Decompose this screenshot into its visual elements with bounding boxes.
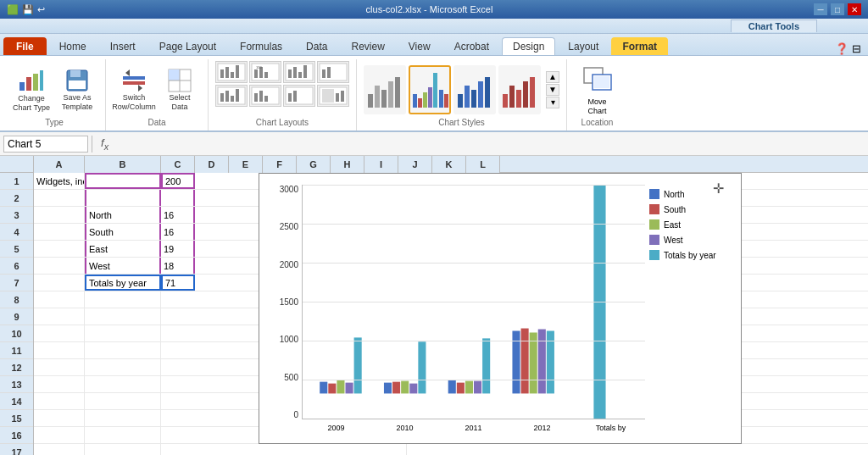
row-num-5[interactable]: 5 — [0, 241, 33, 258]
name-box[interactable]: Chart 5 — [3, 136, 88, 153]
col-header-C[interactable]: C — [161, 156, 195, 173]
ribbon-toggle-icon[interactable]: ⊟ — [852, 42, 861, 55]
col-header-I[interactable]: I — [364, 156, 398, 173]
save-as-template-button[interactable]: Save AsTemplate — [56, 65, 98, 114]
col-header-J[interactable]: J — [398, 156, 432, 173]
tab-formulas[interactable]: Formulas — [229, 37, 293, 55]
cell-A13[interactable] — [34, 376, 85, 392]
col-header-E[interactable]: E — [229, 156, 263, 173]
row-num-4[interactable]: 4 — [0, 224, 33, 241]
help-icon[interactable]: ❓ — [835, 42, 849, 55]
row-num-11[interactable]: 11 — [0, 342, 33, 359]
layout-btn-3[interactable] — [283, 61, 315, 83]
scroll-more-button[interactable]: ▾ — [546, 97, 559, 108]
chart-style-4[interactable] — [498, 65, 541, 114]
cell-A14[interactable] — [34, 393, 85, 409]
cell-B5[interactable]: East — [85, 241, 161, 257]
cell-B6[interactable]: West — [85, 258, 161, 274]
col-header-G[interactable]: G — [297, 156, 331, 173]
cell-A15[interactable] — [34, 410, 85, 426]
cell-rest17[interactable] — [161, 444, 407, 455]
row-num-6[interactable]: 6 — [0, 258, 33, 275]
col-header-F[interactable]: F — [263, 156, 297, 173]
cell-B10[interactable] — [85, 325, 161, 341]
tab-home[interactable]: Home — [48, 37, 97, 55]
cell-A5[interactable] — [34, 241, 85, 257]
maximize-button[interactable]: □ — [831, 3, 844, 15]
tab-view[interactable]: View — [398, 37, 442, 55]
cell-A17[interactable] — [34, 444, 85, 455]
row-num-12[interactable]: 12 — [0, 359, 33, 376]
cell-C6[interactable]: 18 — [161, 258, 195, 274]
row-num-8[interactable]: 8 — [0, 291, 33, 308]
row-num-1[interactable]: 1 — [0, 173, 33, 190]
cell-A16[interactable] — [34, 427, 85, 443]
cell-B7[interactable]: Totals by year — [85, 275, 161, 291]
cell-B13[interactable] — [85, 376, 161, 392]
chart-style-2[interactable] — [409, 65, 451, 114]
row-num-16[interactable]: 16 — [0, 427, 33, 444]
cell-A10[interactable] — [34, 325, 85, 341]
col-header-L[interactable]: L — [466, 156, 500, 173]
close-button[interactable]: ✕ — [848, 3, 861, 15]
tab-layout[interactable]: Layout — [557, 37, 609, 55]
cell-C2[interactable] — [161, 190, 195, 206]
tab-page-layout[interactable]: Page Layout — [148, 37, 227, 55]
tab-design[interactable]: Design — [502, 37, 555, 55]
layout-btn-5[interactable] — [215, 85, 248, 107]
cell-B1[interactable] — [85, 173, 161, 189]
col-header-K[interactable]: K — [432, 156, 466, 173]
formula-input[interactable] — [114, 136, 865, 153]
cell-A12[interactable] — [34, 359, 85, 375]
layout-btn-7[interactable] — [283, 85, 315, 107]
tab-format[interactable]: Format — [611, 37, 668, 55]
cell-B2[interactable] — [85, 190, 161, 206]
row-num-13[interactable]: 13 — [0, 376, 33, 393]
minimize-button[interactable]: ─ — [814, 3, 827, 15]
scroll-down-button[interactable]: ▼ — [546, 84, 559, 96]
cell-C4[interactable]: 16 — [161, 224, 195, 240]
change-chart-type-button[interactable]: ChangeChart Type — [10, 65, 53, 114]
cell-A11[interactable] — [34, 342, 85, 358]
row-num-17[interactable]: 17 — [0, 444, 33, 455]
cell-C5[interactable]: 19 — [161, 241, 195, 257]
chart-style-1[interactable] — [364, 65, 406, 114]
cell-A2[interactable] — [34, 190, 85, 206]
cell-B3[interactable]: North — [85, 207, 161, 223]
row-num-3[interactable]: 3 — [0, 207, 33, 224]
tab-data[interactable]: Data — [295, 37, 338, 55]
move-chart-button[interactable]: MoveChart — [574, 65, 620, 114]
tab-acrobat[interactable]: Acrobat — [443, 37, 500, 55]
col-header-H[interactable]: H — [331, 156, 364, 173]
col-header-A[interactable]: A — [34, 156, 85, 173]
cell-B16[interactable] — [85, 427, 161, 443]
row-num-9[interactable]: 9 — [0, 308, 33, 325]
cell-B14[interactable] — [85, 393, 161, 409]
cell-A9[interactable] — [34, 308, 85, 325]
cell-A7[interactable] — [34, 275, 85, 291]
row-num-15[interactable]: 15 — [0, 410, 33, 427]
cell-A4[interactable] — [34, 224, 85, 240]
row-num-2[interactable]: 2 — [0, 190, 33, 207]
switch-row-column-button[interactable]: SwitchRow/Column — [113, 65, 155, 114]
embedded-chart[interactable]: ✛ 3000 2500 2000 1500 1000 500 0 — [259, 173, 742, 444]
cell-C3[interactable]: 16 — [161, 207, 195, 223]
layout-btn-8[interactable] — [317, 85, 349, 107]
layout-btn-1[interactable] — [215, 61, 248, 83]
cell-A6[interactable] — [34, 258, 85, 274]
layout-btn-4[interactable] — [317, 61, 349, 83]
quick-access-save[interactable]: 💾 — [22, 4, 34, 15]
col-header-D[interactable]: D — [195, 156, 229, 173]
row-num-14[interactable]: 14 — [0, 393, 33, 410]
cell-B17[interactable] — [85, 444, 161, 455]
col-header-B[interactable]: B — [85, 156, 161, 173]
row-num-7[interactable]: 7 — [0, 275, 33, 291]
tab-insert[interactable]: Insert — [99, 37, 147, 55]
cell-B9[interactable] — [85, 308, 161, 325]
cell-B12[interactable] — [85, 359, 161, 375]
quick-access-undo[interactable]: ↩ — [37, 4, 45, 15]
cell-A1[interactable]: Widgets, inc — [34, 173, 85, 189]
row-num-10[interactable]: 10 — [0, 325, 33, 342]
scroll-up-button[interactable]: ▲ — [546, 71, 559, 83]
select-data-button[interactable]: SelectData — [159, 65, 201, 114]
